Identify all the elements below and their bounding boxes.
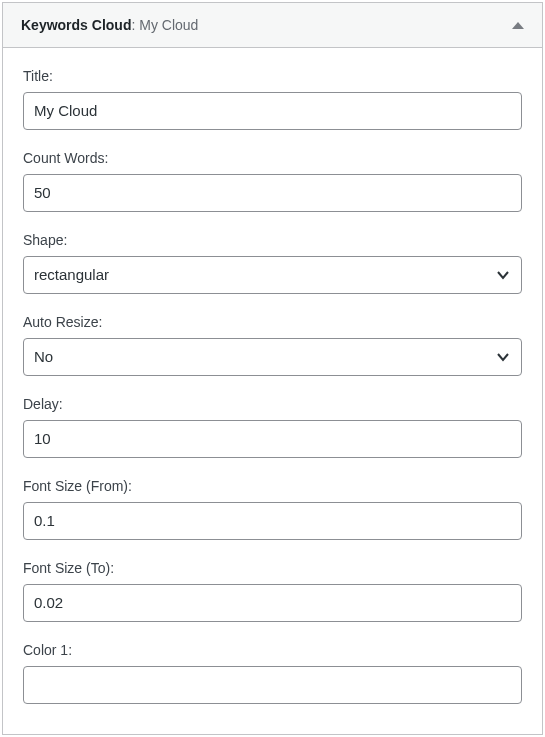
shape-label: Shape: xyxy=(23,232,522,248)
color-1-input[interactable] xyxy=(23,666,522,704)
shape-select[interactable]: rectangular xyxy=(23,256,522,294)
field-title: Title: xyxy=(23,68,522,130)
font-size-to-label: Font Size (To): xyxy=(23,560,522,576)
count-words-input[interactable] xyxy=(23,174,522,212)
count-words-label: Count Words: xyxy=(23,150,522,166)
field-shape: Shape: rectangular xyxy=(23,232,522,294)
field-delay: Delay: xyxy=(23,396,522,458)
widget-body: Title: Count Words: Shape: rectangular A… xyxy=(3,48,542,734)
font-size-from-input[interactable] xyxy=(23,502,522,540)
title-label: Title: xyxy=(23,68,522,84)
color-1-label: Color 1: xyxy=(23,642,522,658)
widget-title: Keywords Cloud: My Cloud xyxy=(21,17,198,33)
widget-header[interactable]: Keywords Cloud: My Cloud xyxy=(3,3,542,48)
title-input[interactable] xyxy=(23,92,522,130)
shape-select-wrap: rectangular xyxy=(23,256,522,294)
widget-title-prefix: Keywords Cloud xyxy=(21,17,131,33)
field-count-words: Count Words: xyxy=(23,150,522,212)
delay-label: Delay: xyxy=(23,396,522,412)
auto-resize-select[interactable]: No xyxy=(23,338,522,376)
auto-resize-label: Auto Resize: xyxy=(23,314,522,330)
delay-input[interactable] xyxy=(23,420,522,458)
field-color-1: Color 1: xyxy=(23,642,522,704)
font-size-from-label: Font Size (From): xyxy=(23,478,522,494)
field-font-size-to: Font Size (To): xyxy=(23,560,522,622)
field-font-size-from: Font Size (From): xyxy=(23,478,522,540)
font-size-to-input[interactable] xyxy=(23,584,522,622)
widget-container: Keywords Cloud: My Cloud Title: Count Wo… xyxy=(2,2,543,735)
collapse-up-icon xyxy=(512,22,524,29)
auto-resize-select-wrap: No xyxy=(23,338,522,376)
widget-title-name: My Cloud xyxy=(139,17,198,33)
field-auto-resize: Auto Resize: No xyxy=(23,314,522,376)
